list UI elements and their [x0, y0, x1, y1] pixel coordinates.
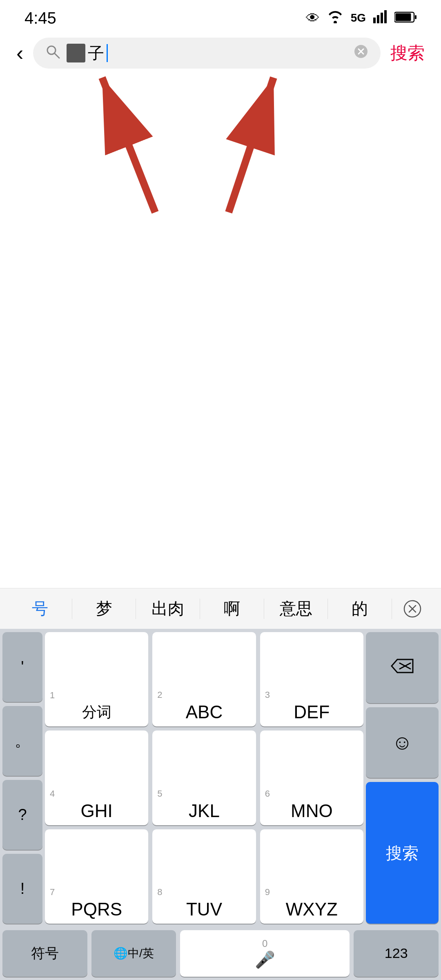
back-button[interactable]: ‹: [16, 42, 23, 64]
key-row-3: 7 PQRS 8 TUV 9 WXYZ: [45, 829, 363, 924]
keyboard-search-label: 搜索: [386, 844, 419, 862]
key-num: 9: [265, 887, 270, 898]
punct-key-question[interactable]: ?: [2, 780, 42, 850]
svg-rect-2: [381, 13, 383, 23]
key-num: 3: [265, 690, 270, 700]
search-input-text: 子: [88, 42, 104, 65]
key-num: 2: [157, 690, 162, 700]
search-bar[interactable]: 子: [33, 38, 381, 69]
svg-line-8: [55, 53, 59, 58]
search-text-area: 子: [67, 42, 347, 65]
suggestion-item-1[interactable]: 梦: [72, 593, 136, 624]
svg-rect-3: [384, 10, 387, 23]
svg-line-14: [229, 78, 274, 212]
numpad-key[interactable]: 123: [354, 930, 439, 977]
svg-rect-6: [415, 15, 416, 19]
key-def[interactable]: 3 DEF: [260, 632, 363, 726]
text-cursor: [107, 44, 108, 62]
ime-suggestion-bar: 号 梦 出肉 啊 意思 的: [0, 588, 441, 629]
bottom-row: 符号 🌐 中/英 0 🎤 123: [0, 927, 441, 980]
suggestion-item-3[interactable]: 啊: [200, 593, 264, 624]
key-main-label: PQRS: [50, 899, 143, 920]
search-action-button[interactable]: 搜索: [390, 42, 425, 65]
right-special-column: ☺ 搜索: [363, 629, 441, 927]
key-num: 6: [265, 788, 270, 799]
key-wxyz[interactable]: 9 WXYZ: [260, 829, 363, 924]
key-jkl[interactable]: 5 JKL: [152, 731, 256, 825]
suggestion-delete-button[interactable]: [392, 600, 433, 618]
emoji-icon: ☺: [392, 731, 412, 754]
clear-button[interactable]: [354, 44, 368, 62]
symbol-label: 符号: [31, 946, 59, 961]
status-bar: 4:45 👁 5G: [0, 0, 441, 33]
svg-marker-18: [392, 659, 413, 673]
svg-rect-5: [396, 13, 411, 21]
space-zero-label: 0: [262, 938, 267, 949]
search-redacted-char: [67, 44, 85, 62]
delete-key[interactable]: [366, 632, 439, 703]
battery-icon: [394, 10, 416, 26]
emoji-key[interactable]: ☺: [366, 707, 439, 778]
mic-icon: 🎤: [255, 950, 275, 969]
lang-label: 中/英: [128, 947, 154, 960]
svg-rect-0: [373, 18, 376, 23]
status-time: 4:45: [24, 9, 56, 27]
punct-label: 。: [15, 733, 30, 750]
lang-switch-key[interactable]: 🌐 中/英: [91, 930, 176, 977]
keyboard-search-key[interactable]: 搜索: [366, 782, 439, 924]
numpad-label: 123: [385, 946, 408, 961]
key-main-label: JKL: [157, 801, 251, 821]
punct-key-apostrophe[interactable]: ': [2, 632, 42, 702]
key-num: 7: [50, 887, 55, 898]
wifi-icon: [327, 9, 343, 27]
svg-line-13: [102, 78, 155, 212]
arrows-annotation: [0, 53, 441, 225]
keyboard: ' 。 ? ! 1 分词 2 ABC: [0, 629, 441, 980]
key-ghi[interactable]: 4 GHI: [45, 731, 148, 825]
key-mno[interactable]: 6 MNO: [260, 731, 363, 825]
keyboard-grid: ' 。 ? ! 1 分词 2 ABC: [0, 629, 441, 927]
key-row-2: 4 GHI 5 JKL 6 MNO: [45, 731, 363, 825]
key-abc[interactable]: 2 ABC: [152, 632, 256, 726]
key-num: 5: [157, 788, 162, 799]
key-main-label: WXYZ: [265, 899, 359, 920]
key-num: 4: [50, 788, 55, 799]
eye-icon: 👁: [306, 10, 320, 26]
svg-rect-1: [377, 15, 379, 23]
punct-label: !: [20, 880, 25, 898]
key-main-label: TUV: [157, 899, 251, 920]
key-pqrs[interactable]: 7 PQRS: [45, 829, 148, 924]
key-main-label: 分词: [50, 702, 143, 722]
key-num: 8: [157, 887, 162, 898]
key-row-1: 1 分词 2 ABC 3 DEF: [45, 632, 363, 726]
status-icons: 👁 5G: [306, 9, 416, 27]
punct-key-exclaim[interactable]: !: [2, 854, 42, 924]
signal-icon: [373, 9, 387, 27]
key-main-label: ABC: [157, 702, 251, 722]
key-main-label: GHI: [50, 801, 143, 821]
suggestion-item-5[interactable]: 的: [328, 593, 392, 624]
space-key[interactable]: 0 🎤: [180, 930, 350, 977]
suggestion-item-2[interactable]: 出肉: [136, 593, 200, 624]
suggestion-item-0[interactable]: 号: [8, 593, 72, 624]
punct-key-period[interactable]: 。: [2, 706, 42, 776]
header-row: ‹ 子 搜索: [0, 33, 441, 74]
punct-label: ?: [18, 806, 27, 824]
delete-icon: [390, 658, 414, 677]
5g-icon: 5G: [351, 11, 366, 24]
center-keys: 1 分词 2 ABC 3 DEF 4 GHI 5: [45, 629, 363, 927]
key-main-label: DEF: [265, 702, 359, 722]
left-punctuation-column: ' 。 ? !: [0, 629, 45, 927]
key-main-label: MNO: [265, 801, 359, 821]
suggestion-item-4[interactable]: 意思: [264, 593, 328, 624]
key-fenci[interactable]: 1 分词: [45, 632, 148, 726]
search-icon: [45, 44, 60, 62]
key-num: 1: [50, 690, 55, 701]
key-tuv[interactable]: 8 TUV: [152, 829, 256, 924]
punct-label: ': [21, 659, 24, 676]
symbol-key[interactable]: 符号: [2, 930, 87, 977]
